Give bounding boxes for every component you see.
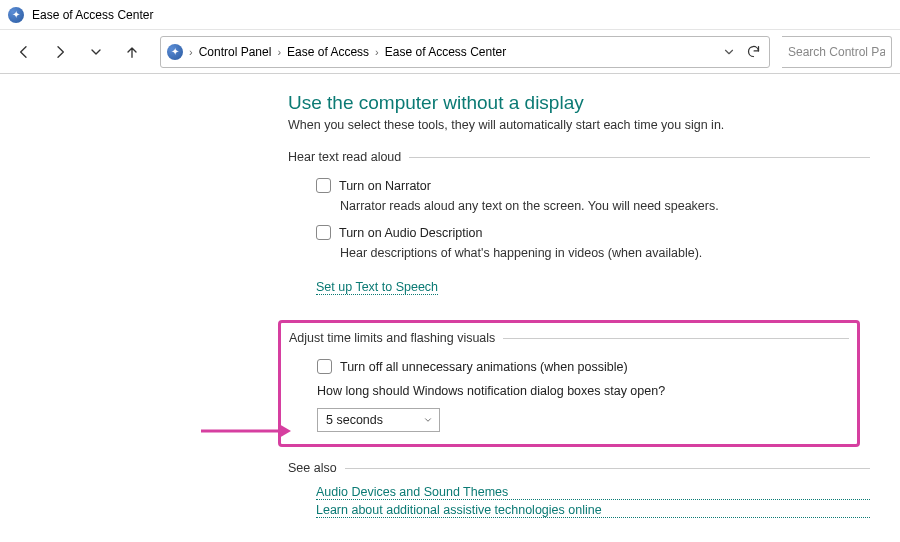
- highlight-annotation: Adjust time limits and flashing visuals …: [278, 320, 860, 447]
- section-see-also: See also Audio Devices and Sound Themes …: [288, 461, 870, 521]
- chevron-down-icon[interactable]: [722, 45, 736, 59]
- audio-description-text: Hear descriptions of what's happening in…: [340, 246, 870, 260]
- chevron-right-icon: ›: [277, 46, 281, 58]
- section-legend: Adjust time limits and flashing visuals: [289, 331, 503, 345]
- nav-bar: ✦ › Control Panel › Ease of Access › Eas…: [0, 30, 900, 74]
- search-box[interactable]: [782, 36, 892, 68]
- page-title: Use the computer without a display: [288, 92, 870, 114]
- app-icon: ✦: [8, 7, 24, 23]
- refresh-icon[interactable]: [746, 44, 761, 59]
- arrow-annotation: [201, 419, 291, 443]
- narrator-label: Turn on Narrator: [339, 179, 431, 193]
- up-button[interactable]: [116, 36, 148, 68]
- page-subtitle: When you select these tools, they will a…: [288, 118, 870, 132]
- forward-button[interactable]: [44, 36, 76, 68]
- address-bar[interactable]: ✦ › Control Panel › Ease of Access › Eas…: [160, 36, 770, 68]
- turn-off-animations-checkbox[interactable]: [317, 359, 332, 374]
- breadcrumb-item[interactable]: Ease of Access Center: [385, 45, 506, 59]
- back-button[interactable]: [8, 36, 40, 68]
- search-input[interactable]: [788, 45, 885, 59]
- notification-duration-select[interactable]: 5 seconds: [317, 408, 440, 432]
- assistive-tech-link[interactable]: Learn about additional assistive technol…: [316, 503, 870, 517]
- turn-off-animations-label: Turn off all unnecessary animations (whe…: [340, 360, 628, 374]
- breadcrumb-item[interactable]: Control Panel: [199, 45, 272, 59]
- arrow-left-icon: [16, 44, 32, 60]
- content-pane: Use the computer without a display When …: [0, 74, 870, 521]
- title-bar: ✦ Ease of Access Center: [0, 0, 900, 30]
- control-panel-icon: ✦: [167, 44, 183, 60]
- audio-devices-link[interactable]: Audio Devices and Sound Themes: [316, 485, 870, 499]
- breadcrumb-item[interactable]: Ease of Access: [287, 45, 369, 59]
- chevron-right-icon: ›: [189, 46, 193, 58]
- section-legend: Hear text read aloud: [288, 150, 409, 164]
- section-hear-text: Hear text read aloud Turn on Narrator Na…: [288, 150, 870, 306]
- arrow-right-icon: [52, 44, 68, 60]
- arrow-up-icon: [124, 44, 140, 60]
- narrator-description: Narrator reads aloud any text on the scr…: [340, 199, 870, 213]
- section-adjust-visuals: Adjust time limits and flashing visuals …: [289, 331, 849, 432]
- chevron-down-icon: [423, 415, 433, 425]
- recent-dropdown[interactable]: [80, 36, 112, 68]
- chevron-down-icon: [88, 44, 104, 60]
- notification-duration-label: How long should Windows notification dia…: [317, 384, 849, 398]
- audio-description-label: Turn on Audio Description: [339, 226, 482, 240]
- section-legend: See also: [288, 461, 345, 475]
- window-title: Ease of Access Center: [32, 8, 153, 22]
- tts-link[interactable]: Set up Text to Speech: [316, 280, 438, 294]
- narrator-checkbox[interactable]: [316, 178, 331, 193]
- chevron-right-icon: ›: [375, 46, 379, 58]
- audio-description-checkbox[interactable]: [316, 225, 331, 240]
- select-value: 5 seconds: [326, 413, 383, 427]
